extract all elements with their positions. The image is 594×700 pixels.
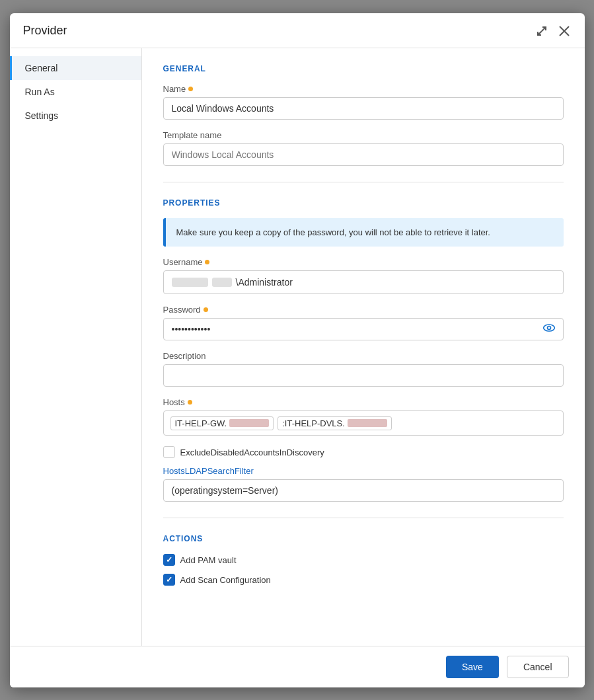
info-box: Make sure you keep a copy of the passwor… [163,218,564,247]
add-pam-label: Add PAM vault [180,555,237,565]
add-scan-label: Add Scan Configuration [180,575,271,585]
username-group: Username \Administrator [163,257,564,294]
header-icons [535,24,572,38]
properties-divider [163,518,564,518]
toggle-password-button[interactable] [541,320,557,338]
expand-icon [536,25,548,37]
modal-header: Provider [10,13,585,48]
exclude-disabled-checkbox[interactable] [163,446,175,458]
actions-section-title: ACTIONS [163,534,564,543]
general-section-title: GENERAL [163,64,564,73]
hosts-label: Hosts [163,397,564,407]
password-input[interactable] [163,318,564,340]
exclude-disabled-group: ExcludeDisabledAccountsInDiscovery [163,446,564,458]
ldap-filter-input[interactable] [163,479,564,502]
modal-title: Provider [23,24,67,38]
expand-button[interactable] [535,24,549,38]
host-tag-2-redacted [348,419,387,427]
username-suffix: \Administrator [236,277,293,288]
sidebar-item-runas[interactable]: Run As [10,80,141,104]
sidebar-item-general[interactable]: General [10,56,141,80]
add-pam-checkbox[interactable] [163,554,175,566]
sidebar: General Run As Settings [10,48,142,646]
content-area: GENERAL Name Template name PROPERTIES Ma… [142,48,585,646]
ldap-filter-group: HostsLDAPSearchFilter [163,466,564,502]
password-required-dot [204,307,208,312]
name-group: Name [163,84,564,120]
username-redacted-part2 [212,278,232,287]
description-group: Description [163,351,564,387]
svg-point-5 [547,327,550,330]
username-label: Username [163,257,564,267]
username-input[interactable]: \Administrator [163,270,564,294]
exclude-disabled-label: ExcludeDisabledAccountsInDiscovery [180,447,324,457]
hosts-input[interactable]: IT-HELP-GW. :IT-HELP-DVLS. [163,410,564,436]
modal-footer: Save Cancel [10,646,585,687]
template-input[interactable] [163,143,564,166]
name-label: Name [163,84,564,94]
host-tag-2: :IT-HELP-DVLS. [278,416,392,430]
save-button[interactable]: Save [446,656,499,678]
hosts-group: Hosts IT-HELP-GW. :IT-HELP-DVLS. [163,397,564,436]
ldap-filter-label: HostsLDAPSearchFilter [163,466,564,476]
modal-body: General Run As Settings GENERAL Name Tem [10,48,585,646]
add-scan-group: Add Scan Configuration [163,574,564,586]
host-tag-1-prefix: IT-HELP-GW. [175,418,227,428]
host-tag-1-redacted [229,419,269,427]
svg-point-4 [543,325,554,331]
add-scan-checkbox[interactable] [163,574,175,586]
template-group: Template name [163,130,564,166]
sidebar-item-settings[interactable]: Settings [10,104,141,128]
description-input[interactable] [163,364,564,387]
close-button[interactable] [557,24,572,38]
name-input[interactable] [163,97,564,120]
close-icon [558,25,570,37]
host-tag-2-prefix: :IT-HELP-DVLS. [282,418,345,428]
password-group: Password [163,305,564,340]
properties-section-title: PROPERTIES [163,198,564,208]
description-label: Description [163,351,564,361]
host-tag-1: IT-HELP-GW. [170,416,274,430]
provider-modal: Provider General [10,13,585,687]
cancel-button[interactable]: Cancel [507,656,569,678]
username-input-wrapper: \Administrator [163,270,564,294]
eye-icon [542,321,556,334]
username-redacted-part1 [172,278,208,287]
general-divider [163,182,564,182]
hosts-required-dot [188,400,192,405]
add-pam-group: Add PAM vault [163,554,564,566]
name-required-dot [188,87,193,91]
username-required-dot [205,260,209,264]
template-label: Template name [163,130,564,140]
password-wrapper [163,318,564,340]
password-label: Password [163,305,564,315]
